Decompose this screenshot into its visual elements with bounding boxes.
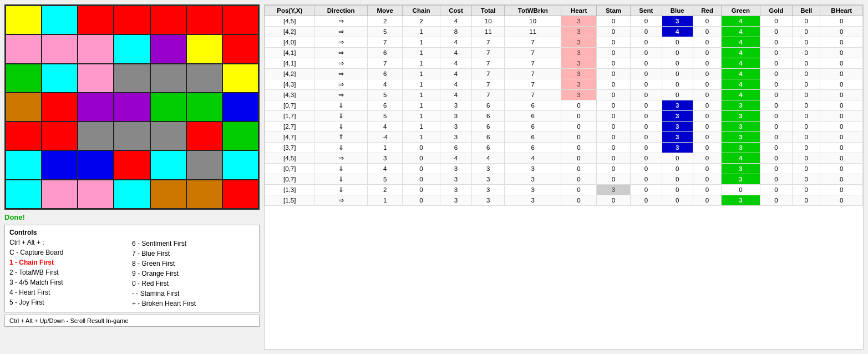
table-cell: 3 xyxy=(561,69,596,79)
grid-cell xyxy=(186,180,222,209)
table-cell: 7 xyxy=(505,37,561,48)
table-cell: [4,7] xyxy=(265,132,314,143)
table-cell: 3 xyxy=(505,185,561,195)
table-cell: 3 xyxy=(367,153,402,164)
table-cell: ⇒ xyxy=(314,58,367,69)
table-cell: 4 xyxy=(440,69,471,79)
table-cell: 0 xyxy=(631,16,662,27)
table-cell: 0 xyxy=(760,90,792,100)
table-cell: 0 xyxy=(760,16,792,27)
table-cell: 0 xyxy=(693,174,721,185)
table-row: [4,5]⇒30444000004000 xyxy=(265,153,863,164)
table-cell: 6 xyxy=(472,100,505,111)
table-cell: ⇒ xyxy=(314,48,367,58)
table-cell: 0 xyxy=(631,143,662,153)
table-cell: 0 xyxy=(793,185,820,195)
table-cell: [1,3] xyxy=(265,185,314,195)
table-cell: 3 xyxy=(561,79,596,90)
table-cell: 3 xyxy=(505,164,561,174)
table-header: TotWBrkn xyxy=(505,6,561,16)
table-wrapper[interactable]: Pos(Y,X)DirectionMoveChainCostTotalTotWB… xyxy=(265,5,863,349)
table-cell: 0 xyxy=(403,185,440,195)
table-cell: 11 xyxy=(472,27,505,37)
grid-cell xyxy=(150,6,186,34)
table-cell: 0 xyxy=(631,79,662,90)
table-cell: 0 xyxy=(561,143,596,153)
table-cell: 1 xyxy=(403,48,440,58)
controls-item: + - Broken Heart First xyxy=(132,299,255,309)
grid-cell xyxy=(222,150,258,179)
table-cell: 0 xyxy=(403,153,440,164)
table-cell: ⇓ xyxy=(314,111,367,122)
table-cell: 0 xyxy=(820,174,863,185)
table-cell: 7 xyxy=(472,79,505,90)
table-cell: 6 xyxy=(505,122,561,132)
table-cell: 0 xyxy=(631,27,662,37)
table-cell: 0 xyxy=(820,143,863,153)
table-cell: [4,2] xyxy=(265,27,314,37)
grid-cell xyxy=(78,6,114,34)
table-cell: 0 xyxy=(403,143,440,153)
table-cell: 0 xyxy=(793,79,820,90)
table-row: [1,5]⇒10333000003000 xyxy=(265,195,863,206)
table-cell: 0 xyxy=(596,69,630,79)
table-header: Total xyxy=(472,6,505,16)
table-cell: 0 xyxy=(722,185,760,195)
table-cell: 0 xyxy=(793,153,820,164)
table-cell: 0 xyxy=(693,27,721,37)
table-cell: 0 xyxy=(596,16,630,27)
table-cell: 6 xyxy=(472,132,505,143)
table-cell: 1 xyxy=(403,27,440,37)
grid-cell xyxy=(78,122,114,150)
status-done: Done! xyxy=(4,212,260,222)
table-cell: 0 xyxy=(693,153,721,164)
table-cell: 4 xyxy=(722,58,760,69)
table-row: [4,0]⇒71477300004000 xyxy=(265,37,863,48)
table-cell: 0 xyxy=(662,185,693,195)
table-cell: 0 xyxy=(820,27,863,37)
table-cell: 3 xyxy=(596,185,630,195)
table-cell: 10 xyxy=(505,16,561,27)
table-cell: [4,3] xyxy=(265,79,314,90)
controls-item: 7 - Blue First xyxy=(132,249,255,259)
table-cell: 3 xyxy=(662,100,693,111)
controls-item: C - Capture Board xyxy=(9,247,132,257)
table-cell: 3 xyxy=(662,16,693,27)
table-cell: 7 xyxy=(472,58,505,69)
table-cell: 3 xyxy=(440,164,471,174)
table-header: Pos(Y,X) xyxy=(265,6,314,16)
controls-item: 8 - Green First xyxy=(132,259,255,269)
table-cell: 0 xyxy=(793,69,820,79)
table-cell: 6 xyxy=(472,143,505,153)
table-header: Heart xyxy=(561,6,596,16)
table-cell: 0 xyxy=(662,48,693,58)
table-cell: 0 xyxy=(693,111,721,122)
controls-item: 9 - Orange First xyxy=(132,269,255,279)
table-cell: 0 xyxy=(403,164,440,174)
table-cell: 3 xyxy=(561,27,596,37)
table-cell: 5 xyxy=(367,90,402,100)
table-cell: [4,3] xyxy=(265,90,314,100)
table-cell: [4,1] xyxy=(265,58,314,69)
controls-item: 4 - Heart First xyxy=(9,287,132,297)
table-cell: ⇒ xyxy=(314,16,367,27)
table-cell: [0,7] xyxy=(265,100,314,111)
grid-cell xyxy=(186,64,222,93)
grid-cell xyxy=(78,93,114,122)
table-row: [4,3]⇒51477300004000 xyxy=(265,90,863,100)
table-cell: 0 xyxy=(693,90,721,100)
table-row: [0,7]⇓40333000003000 xyxy=(265,164,863,174)
table-cell: ⇓ xyxy=(314,174,367,185)
table-cell: 0 xyxy=(631,174,662,185)
table-cell: 3 xyxy=(722,164,760,174)
table-cell: 1 xyxy=(403,132,440,143)
table-cell: 4 xyxy=(722,153,760,164)
table-cell: 0 xyxy=(403,174,440,185)
table-cell: 3 xyxy=(722,174,760,185)
table-cell: 0 xyxy=(561,122,596,132)
table-cell: [3,7] xyxy=(265,143,314,153)
grid-cell xyxy=(222,93,258,122)
grid-cell xyxy=(6,93,42,122)
table-header: Chain xyxy=(403,6,440,16)
table-cell: 0 xyxy=(793,122,820,132)
